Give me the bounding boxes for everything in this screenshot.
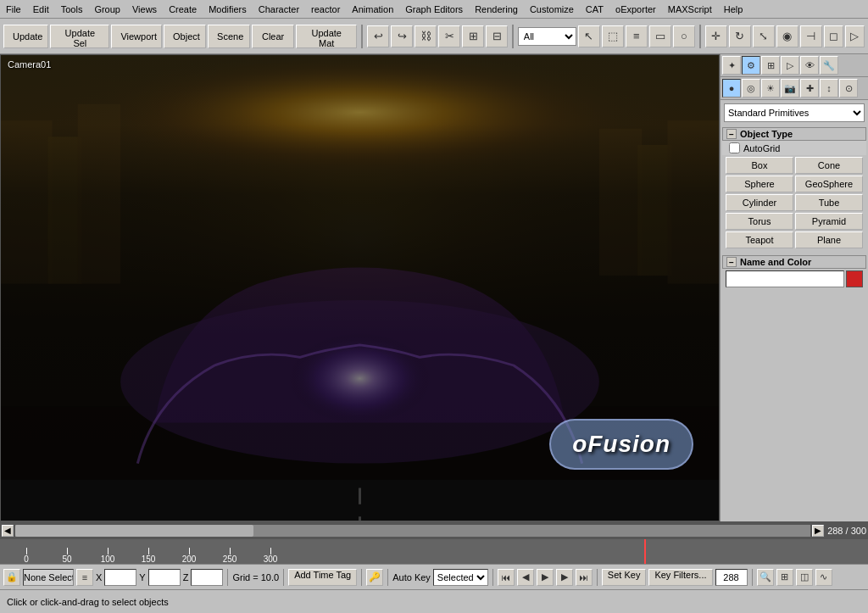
undo-icon[interactable]: ↩ xyxy=(367,25,389,47)
menu-cat[interactable]: CAT xyxy=(580,3,609,16)
geosphere-button[interactable]: GeoSphere xyxy=(795,176,863,192)
object-type-header[interactable]: − Object Type xyxy=(722,127,866,141)
prev-frame-icon[interactable]: ◀ xyxy=(517,569,534,586)
zoom-anim-icon[interactable]: 🔍 xyxy=(757,569,774,586)
plane-button[interactable]: Plane xyxy=(795,231,863,248)
rotate-icon[interactable]: ↻ xyxy=(729,25,751,47)
use-center-icon[interactable]: ◉ xyxy=(776,25,798,47)
select-icon[interactable]: ↖ xyxy=(578,25,600,47)
bind-icon[interactable]: ⊞ xyxy=(462,25,484,47)
update-button[interactable]: Update xyxy=(3,25,48,48)
lasso-icon[interactable]: ○ xyxy=(673,25,695,47)
motion-icon[interactable]: ▷ xyxy=(781,56,799,75)
selection-filter[interactable]: All Selected None xyxy=(518,27,576,46)
menu-maxscript[interactable]: MAXScript xyxy=(662,3,718,16)
primitives-dropdown[interactable]: Standard Primitives xyxy=(724,103,865,122)
viewport[interactable]: oFusion Camera01 xyxy=(0,54,720,521)
timeline-right-arrow[interactable]: ▶ xyxy=(812,525,824,537)
grid-anim-icon[interactable]: ⊞ xyxy=(776,569,793,586)
teapot-button[interactable]: Teapot xyxy=(726,231,793,248)
menu-oexporter[interactable]: oExporter xyxy=(609,3,662,16)
object-button[interactable]: Object xyxy=(164,25,206,48)
goto-start-icon[interactable]: ⏮ xyxy=(498,569,515,586)
select-region-icon[interactable]: ⬚ xyxy=(602,25,624,47)
next-frame-icon[interactable]: ▶ xyxy=(556,569,573,586)
autogrid-checkbox[interactable] xyxy=(729,142,740,153)
menu-file[interactable]: File xyxy=(0,3,27,16)
timeline-track[interactable] xyxy=(15,525,810,537)
viewport-button[interactable]: Viewport xyxy=(111,25,162,48)
pyramid-button[interactable]: Pyramid xyxy=(795,213,863,230)
menu-modifiers[interactable]: Modifiers xyxy=(203,3,253,16)
z-input[interactable] xyxy=(191,569,223,586)
timeline-ruler[interactable]: 0 50 100 150 200 250 300 xyxy=(0,539,868,564)
play-icon[interactable]: ▶ xyxy=(537,569,554,586)
y-input[interactable] xyxy=(148,569,181,586)
menu-rendering[interactable]: Rendering xyxy=(469,3,524,16)
menu-help[interactable]: Help xyxy=(718,3,749,16)
redo-icon[interactable]: ↪ xyxy=(391,25,413,47)
key-filters-button[interactable]: Key Filters... xyxy=(648,569,712,586)
curve-icon[interactable]: ∿ xyxy=(815,569,832,586)
utilities-icon[interactable]: 🔧 xyxy=(820,56,838,75)
mirror-icon[interactable]: ⊣ xyxy=(800,25,822,47)
frame-number-input[interactable] xyxy=(715,569,748,586)
name-color-collapse[interactable]: − xyxy=(726,257,737,267)
select-by-name-icon[interactable]: ≡ xyxy=(626,25,648,47)
x-input[interactable] xyxy=(104,569,136,586)
sphere-button[interactable]: Sphere xyxy=(726,176,793,192)
selected-object-display[interactable] xyxy=(23,569,74,586)
update-mat-button[interactable]: Update Mat xyxy=(296,25,357,48)
scene-button[interactable]: Scene xyxy=(208,25,250,48)
add-time-tag-button[interactable]: Add Time Tag xyxy=(288,569,357,586)
select-link-icon[interactable]: ⛓ xyxy=(415,25,437,47)
system-icon[interactable]: ⊙ xyxy=(839,79,858,98)
select-by-name-icon-bb[interactable]: ≡ xyxy=(76,569,93,586)
key-icon[interactable]: 🔑 xyxy=(366,569,383,586)
object-name-input[interactable] xyxy=(726,270,844,287)
menu-group[interactable]: Group xyxy=(88,3,126,16)
rect-select-icon[interactable]: ▭ xyxy=(649,25,671,47)
unlink-icon[interactable]: ✂ xyxy=(438,25,460,47)
menu-create[interactable]: Create xyxy=(163,3,203,16)
clear-button[interactable]: Clear xyxy=(252,25,294,48)
menu-reactor[interactable]: reactor xyxy=(305,3,346,16)
spacewarp-icon[interactable]: ↕ xyxy=(820,79,838,98)
track-icon[interactable]: ◫ xyxy=(796,569,813,586)
selection-lock-icon[interactable]: 🔒 xyxy=(3,569,20,586)
menu-customize[interactable]: Customize xyxy=(524,3,580,16)
move-icon[interactable]: ✛ xyxy=(705,25,727,47)
torus-button[interactable]: Torus xyxy=(726,213,793,230)
modify-icon[interactable]: ⚙ xyxy=(742,56,760,75)
light-icon[interactable]: ☀ xyxy=(761,79,780,98)
cone-button[interactable]: Cone xyxy=(795,157,863,174)
timeline-left-arrow[interactable]: ◀ xyxy=(2,525,14,537)
menu-tools[interactable]: Tools xyxy=(55,3,89,16)
update-sel-button[interactable]: Update Sel xyxy=(50,25,109,48)
menu-animation[interactable]: Animation xyxy=(346,3,399,16)
selected-dropdown[interactable]: Selected xyxy=(433,569,488,586)
menu-views[interactable]: Views xyxy=(126,3,163,16)
scale-icon[interactable]: ⤡ xyxy=(753,25,775,47)
geo-icon[interactable]: ● xyxy=(722,79,741,98)
camera-icon[interactable]: 📷 xyxy=(781,79,799,98)
unbind-icon[interactable]: ⊟ xyxy=(486,25,508,47)
object-type-collapse[interactable]: − xyxy=(726,129,737,139)
shape-icon[interactable]: ◎ xyxy=(742,79,760,98)
display-icon[interactable]: 👁 xyxy=(800,56,819,75)
menu-edit[interactable]: Edit xyxy=(27,3,55,16)
create-icon[interactable]: ✦ xyxy=(722,56,741,75)
box-button[interactable]: Box xyxy=(726,157,793,174)
cylinder-button[interactable]: Cylinder xyxy=(726,194,793,211)
tube-button[interactable]: Tube xyxy=(795,194,863,211)
hierarchy-icon[interactable]: ⊞ xyxy=(761,56,780,75)
goto-end-icon[interactable]: ⏭ xyxy=(576,569,593,586)
render-icon[interactable]: ◻ xyxy=(824,25,843,47)
set-key-button[interactable]: Set Key xyxy=(602,569,647,586)
name-color-header[interactable]: − Name and Color xyxy=(722,255,866,269)
menu-graph-editors[interactable]: Graph Editors xyxy=(399,3,469,16)
color-picker[interactable] xyxy=(846,270,863,287)
menu-character[interactable]: Character xyxy=(253,3,305,16)
helper-icon[interactable]: ✚ xyxy=(800,79,819,98)
viewport-render-icon[interactable]: ▷ xyxy=(845,25,865,47)
